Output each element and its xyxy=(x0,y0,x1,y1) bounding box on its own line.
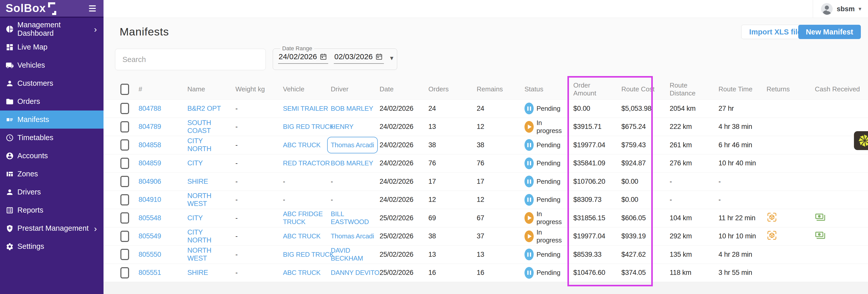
vehicle-link[interactable]: ABC TRUCK xyxy=(283,269,320,277)
sidebar-item-prestart-management[interactable]: Prestart Management› xyxy=(0,219,103,237)
weight-cell: - xyxy=(230,105,278,113)
calendar-icon[interactable] xyxy=(319,53,327,61)
vehicle-link[interactable]: RED TRACTOR xyxy=(283,159,330,167)
person-icon xyxy=(6,79,18,87)
manifest-name-link[interactable]: CITY xyxy=(187,214,203,222)
row-checkbox[interactable] xyxy=(120,267,129,279)
row-checkbox[interactable] xyxy=(120,176,129,187)
orders-cell: 38 xyxy=(423,232,472,240)
column-header-weight-kg: Weight kg xyxy=(230,85,278,93)
manifest-name-link[interactable]: NORTH WEST xyxy=(187,247,211,262)
date-cell: 24/02/2026 xyxy=(374,141,423,149)
manifest-id-link[interactable]: 804906 xyxy=(138,178,161,185)
table-row: 805551SHIRE-ABC TRUCKDANNY DEVITO25/02/2… xyxy=(103,264,868,282)
manifest-id-link[interactable]: 805550 xyxy=(138,251,161,258)
row-checkbox[interactable] xyxy=(120,212,129,224)
route-distance-cell: 135 km xyxy=(664,251,713,259)
calendar-icon[interactable] xyxy=(375,53,383,61)
search-input[interactable] xyxy=(115,49,266,70)
order-amount-cell: $10476.60 xyxy=(568,269,616,277)
row-checkbox[interactable] xyxy=(120,158,129,169)
vehicle-link[interactable]: ABC TRUCK xyxy=(283,232,320,240)
manifest-id-link[interactable]: 804858 xyxy=(138,141,161,149)
manifests-table: #NameWeight kgVehicleDriverDateOrdersRem… xyxy=(103,79,868,294)
sidebar-item-zones[interactable]: Zones xyxy=(0,165,103,183)
orders-cell: 13 xyxy=(423,251,472,259)
manifest-name-link[interactable]: CITY NORTH xyxy=(187,137,211,153)
manifest-id-link[interactable]: 805551 xyxy=(138,269,161,277)
manifest-id-link[interactable]: 804859 xyxy=(138,159,161,167)
column-header-route-cost: Route Cost xyxy=(616,85,664,93)
sidebar-item-accounts[interactable]: Accounts xyxy=(0,147,103,165)
manifest-name-link[interactable]: B&R2 OPT xyxy=(187,105,221,112)
driver-link[interactable]: BILL EASTWOOD xyxy=(331,210,369,226)
column-header-status: Status xyxy=(519,85,568,93)
sidebar-item-label: Manifests xyxy=(18,115,49,124)
manifest-name-link[interactable]: SOUTH COAST xyxy=(187,119,211,135)
manifest-id-link[interactable]: 805548 xyxy=(138,214,161,222)
route-time-cell: 10 hr 10 min xyxy=(713,232,762,240)
sidebar-item-manifests[interactable]: Manifests xyxy=(0,111,103,128)
new-manifest-button[interactable]: New Manifest xyxy=(798,25,861,39)
manifest-name-link[interactable]: CITY NORTH xyxy=(187,228,211,244)
route-cost-cell: $759.43 xyxy=(616,141,664,149)
sidebar-item-label: Reports xyxy=(18,206,43,214)
sidebar-item-reports[interactable]: Reports xyxy=(0,201,103,219)
driver-link[interactable]: Thomas Arcadi xyxy=(331,141,374,149)
driver-link[interactable]: Thomas Arcadi xyxy=(331,232,374,240)
sidebar-item-drivers[interactable]: Drivers xyxy=(0,183,103,201)
date-range-dropdown-icon[interactable]: ▾ xyxy=(390,54,393,62)
driver-link[interactable]: BOB MARLEY xyxy=(331,105,373,112)
remains-cell: 38 xyxy=(472,141,519,149)
weight-cell: - xyxy=(230,214,278,222)
sidebar-item-orders[interactable]: Orders xyxy=(0,93,103,111)
date-from-input[interactable]: 24/02/2026 xyxy=(278,52,328,64)
sidebar-item-timetables[interactable]: Timetables xyxy=(0,128,103,147)
row-checkbox[interactable] xyxy=(120,121,129,133)
weight-cell: - xyxy=(230,269,278,277)
user-menu[interactable]: sbsm ▾ xyxy=(821,0,861,18)
returns-package-icon[interactable] xyxy=(767,212,777,223)
select-all-checkbox[interactable] xyxy=(120,84,129,95)
row-checkbox[interactable] xyxy=(120,194,129,206)
manifest-id-link[interactable]: 804910 xyxy=(138,196,161,204)
sidebar-item-settings[interactable]: Settings xyxy=(0,237,103,255)
vehicle-link[interactable]: SEMI TRAILER xyxy=(283,105,328,112)
remains-cell: 16 xyxy=(472,269,519,277)
row-checkbox[interactable] xyxy=(120,139,129,151)
route-cost-cell: $0.00 xyxy=(616,178,664,186)
row-checkbox[interactable] xyxy=(120,249,129,260)
driver-link[interactable]: HENRY xyxy=(331,123,353,131)
status-in-progress-icon xyxy=(525,212,534,224)
manifest-name-link[interactable]: SHIRE xyxy=(187,269,208,277)
vehicle-link[interactable]: ABC FRIDGE TRUCK xyxy=(283,210,323,226)
clock-icon xyxy=(6,134,18,142)
row-checkbox[interactable] xyxy=(120,103,129,114)
row-checkbox[interactable] xyxy=(120,231,129,242)
manifest-name-link[interactable]: CITY xyxy=(187,159,203,167)
cash-received-icon[interactable] xyxy=(815,230,826,241)
manifest-name-link[interactable]: NORTH WEST xyxy=(187,192,211,208)
driver-link[interactable]: BOB MARLEY xyxy=(331,159,373,167)
sidebar-item-live-map[interactable]: Live Map xyxy=(0,38,103,56)
table-row: 805548CITY-ABC FRIDGE TRUCKBILL EASTWOOD… xyxy=(103,209,868,227)
menu-icon[interactable] xyxy=(89,5,96,11)
cash-received-icon[interactable] xyxy=(815,212,826,223)
report-list-icon xyxy=(6,206,18,214)
status-label: Pending xyxy=(536,141,560,149)
manifest-id-link[interactable]: 805549 xyxy=(138,232,161,240)
manifest-id-link[interactable]: 804788 xyxy=(138,105,161,112)
driver-link[interactable]: DANNY DEVITO xyxy=(331,269,379,277)
driver-link[interactable]: DAVID BECKHAM xyxy=(331,247,363,262)
returns-package-icon[interactable] xyxy=(767,230,777,241)
sidebar-item-customers[interactable]: Customers xyxy=(0,74,103,93)
route-cost-cell: $939.19 xyxy=(616,232,664,240)
manifest-name-link[interactable]: SHIRE xyxy=(187,178,208,185)
vehicle-link[interactable]: ABC TRUCK xyxy=(283,141,320,149)
sidebar-item-vehicles[interactable]: Vehicles xyxy=(0,56,103,74)
starburst-widget[interactable] xyxy=(854,131,868,150)
remains-cell: 37 xyxy=(472,232,519,240)
sidebar-item-management-dashboard[interactable]: Management Dashboard› xyxy=(0,20,103,38)
date-to-input[interactable]: 02/03/2026 xyxy=(334,52,384,64)
manifest-id-link[interactable]: 804789 xyxy=(138,123,161,131)
